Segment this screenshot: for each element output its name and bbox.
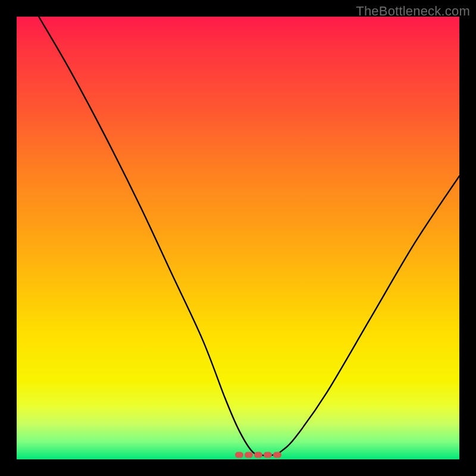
- plot-area: [17, 17, 459, 459]
- bottleneck-curve: [39, 17, 459, 456]
- curve-svg: [17, 17, 459, 459]
- chart-frame: TheBottleneck.com: [0, 0, 476, 476]
